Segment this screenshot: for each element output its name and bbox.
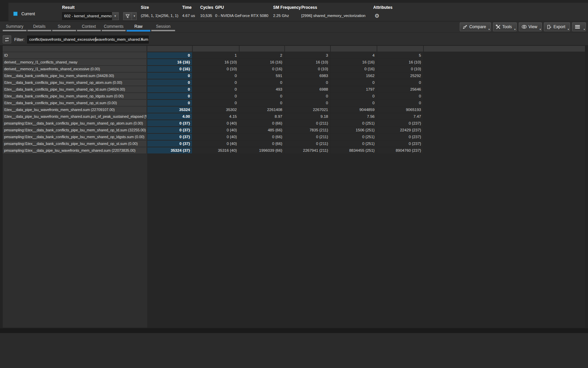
attributes-gear-button[interactable]: ⚙ bbox=[373, 12, 381, 20]
column-header-3[interactable] bbox=[285, 46, 331, 52]
metric-value-cell[interactable]: 25292 bbox=[377, 73, 424, 79]
metric-value-cell[interactable]: 0 {16} bbox=[147, 66, 193, 72]
result-dropdown-value[interactable]: 602 - kernel_shared_memory bbox=[62, 12, 112, 20]
metric-name-cell[interactable]: l1tex__data_bank_conflicts_pipe_lsu_mem_… bbox=[3, 100, 147, 106]
tab-session[interactable]: Session bbox=[151, 21, 175, 32]
metric-value-cell[interactable]: 22429 {237} bbox=[377, 127, 424, 133]
metric-value-cell[interactable]: 7835 {211} bbox=[285, 127, 331, 133]
metric-value-cell[interactable]: 1797 bbox=[331, 86, 377, 92]
metric-value-cell[interactable]: 0 {251} bbox=[331, 141, 377, 147]
result-filter-button[interactable]: ▾ bbox=[123, 12, 137, 20]
transpose-button[interactable] bbox=[3, 35, 11, 43]
metric-value-cell[interactable]: 16 {10} bbox=[377, 59, 424, 65]
metric-value-cell[interactable]: 16 {16} bbox=[147, 59, 193, 65]
menu-button[interactable]: ▾ bbox=[572, 22, 586, 31]
metric-name-cell[interactable]: pmsampling:l1tex__data_pipe_lsu_wavefron… bbox=[3, 147, 147, 153]
metric-value-cell[interactable]: 0 bbox=[331, 93, 377, 99]
metric-value-cell[interactable]: 0 {251} bbox=[331, 120, 377, 126]
metric-value-cell[interactable]: 9065193 bbox=[377, 107, 424, 113]
compare-button[interactable]: Compare ▾ bbox=[460, 22, 491, 31]
metric-value-cell[interactable]: 0 bbox=[377, 79, 424, 86]
metric-value-cell[interactable]: 0 {211} bbox=[285, 120, 331, 126]
metric-value-cell[interactable]: 0 {16} bbox=[240, 66, 285, 72]
metric-name-cell[interactable]: l1tex__data_bank_conflicts_pipe_lsu_mem_… bbox=[3, 73, 147, 79]
metric-value-cell[interactable]: 0 bbox=[147, 86, 193, 92]
metric-value-cell[interactable]: 0 {40} bbox=[193, 134, 240, 140]
funnel-icon[interactable] bbox=[123, 12, 132, 20]
metric-value-cell[interactable]: 9044859 bbox=[331, 107, 377, 113]
metric-value-cell[interactable]: 0 {66} bbox=[240, 141, 285, 147]
metric-name-cell[interactable]: pmsampling:l1tex__data_bank_conflicts_pi… bbox=[3, 120, 147, 126]
chevron-down-icon[interactable]: ▾ bbox=[132, 12, 137, 20]
metric-name-cell[interactable]: pmsampling:l1tex__data_bank_conflicts_pi… bbox=[3, 127, 147, 133]
metric-value-cell[interactable]: 4.15 bbox=[193, 113, 240, 119]
metric-value-cell[interactable]: 0 {37} bbox=[147, 141, 193, 147]
metric-value-cell[interactable]: 2261408 bbox=[240, 107, 285, 113]
tab-details[interactable]: Details bbox=[27, 21, 51, 32]
metric-value-cell[interactable]: 16 {10} bbox=[285, 59, 331, 65]
view-button[interactable]: View ▾ bbox=[519, 22, 542, 31]
metric-value-cell[interactable]: 0 {10} bbox=[285, 66, 331, 72]
metric-value-cell[interactable]: 8834455 {251} bbox=[331, 147, 377, 153]
chevron-down-icon[interactable]: ▾ bbox=[112, 12, 119, 20]
metric-name-cell[interactable]: derived__memory_l1_wavefronts_shared_exc… bbox=[3, 66, 147, 72]
metric-value-cell[interactable]: 591 bbox=[240, 73, 285, 79]
baseline-color-swatch[interactable] bbox=[13, 12, 18, 16]
metric-value-cell[interactable]: 0 {37} bbox=[147, 120, 193, 126]
metric-value-cell[interactable]: 0 bbox=[331, 79, 377, 86]
metric-name-cell[interactable]: pmsampling:l1tex__data_bank_conflicts_pi… bbox=[3, 141, 147, 147]
metric-name-cell[interactable]: l1tex__data_bank_conflicts_pipe_lsu_mem_… bbox=[3, 79, 147, 86]
column-header-0[interactable] bbox=[147, 46, 193, 52]
metric-value-cell[interactable]: 0 {211} bbox=[285, 141, 331, 147]
metric-name-cell[interactable]: l1tex__data_pipe_lsu_wavefronts_mem_shar… bbox=[3, 113, 147, 119]
metric-value-cell[interactable]: 0 {211} bbox=[285, 134, 331, 140]
metric-value-cell[interactable]: 0 bbox=[377, 93, 424, 99]
metric-value-cell[interactable]: 7.56 bbox=[331, 113, 377, 119]
metric-value-cell[interactable]: 1506 {251} bbox=[331, 127, 377, 133]
tab-raw[interactable]: Raw bbox=[127, 21, 150, 32]
metric-value-cell[interactable]: 485 {66} bbox=[240, 127, 285, 133]
metric-value-cell[interactable]: 8.97 bbox=[240, 113, 285, 119]
metric-value-cell[interactable]: 35324 {37} bbox=[147, 147, 193, 153]
metric-value-cell[interactable]: 0 bbox=[193, 86, 240, 92]
metric-name-cell[interactable]: l1tex__data_bank_conflicts_pipe_lsu_mem_… bbox=[3, 86, 147, 92]
metric-value-cell[interactable]: 0 bbox=[147, 73, 193, 79]
metric-value-cell[interactable]: 4 bbox=[331, 52, 377, 58]
metric-value-cell[interactable]: 0 {40} bbox=[193, 120, 240, 126]
metric-value-cell[interactable]: 25646 bbox=[377, 86, 424, 92]
metric-value-cell[interactable]: 35324 bbox=[147, 107, 193, 113]
metric-value-cell[interactable]: 0 {37} bbox=[147, 127, 193, 133]
metric-value-cell[interactable]: 0 bbox=[147, 79, 193, 86]
metric-value-cell[interactable]: 16 {16} bbox=[240, 59, 285, 65]
export-button[interactable]: Export ▾ bbox=[544, 22, 570, 31]
column-header-2[interactable] bbox=[240, 46, 285, 52]
metric-value-cell[interactable]: 9.18 bbox=[285, 113, 331, 119]
metric-value-cell[interactable]: 0 bbox=[147, 100, 193, 106]
tab-comments[interactable]: Comments bbox=[102, 21, 126, 32]
metric-value-cell[interactable]: 35302 bbox=[193, 107, 240, 113]
result-dropdown[interactable]: 602 - kernel_shared_memory ▾ bbox=[62, 12, 119, 20]
metric-value-cell[interactable]: 493 bbox=[240, 86, 285, 92]
metric-name-cell[interactable]: derived__memory_l1_conflicts_shared_nway bbox=[3, 59, 147, 65]
metric-value-cell[interactable]: 0 bbox=[240, 100, 285, 106]
column-header-4[interactable] bbox=[331, 46, 377, 52]
metric-value-cell[interactable]: 1996039 {66} bbox=[240, 147, 285, 153]
metric-value-cell[interactable]: 0 {40} bbox=[193, 127, 240, 133]
metric-value-cell[interactable]: 0 bbox=[193, 100, 240, 106]
metric-value-cell[interactable]: 0 bbox=[285, 79, 331, 86]
metric-value-cell[interactable]: 0 bbox=[285, 100, 331, 106]
metric-value-cell[interactable]: 0 bbox=[377, 100, 424, 106]
clear-filter-icon[interactable]: ✕ bbox=[140, 37, 144, 41]
metric-value-cell[interactable]: 0 {251} bbox=[331, 134, 377, 140]
metric-value-cell[interactable]: 6983 bbox=[285, 73, 331, 79]
metric-value-cell[interactable]: 0 {10} bbox=[377, 66, 424, 72]
metric-name-cell[interactable]: ID bbox=[3, 52, 147, 58]
metric-value-cell[interactable]: 0 bbox=[240, 79, 285, 86]
metric-value-cell[interactable]: 0 {66} bbox=[240, 120, 285, 126]
metric-value-cell[interactable]: 2267941 {211} bbox=[285, 147, 331, 153]
metric-value-cell[interactable]: 35316 {40} bbox=[193, 147, 240, 153]
metric-value-cell[interactable]: 0 bbox=[240, 93, 285, 99]
metric-value-cell[interactable]: 16 {10} bbox=[193, 59, 240, 65]
metric-value-cell[interactable]: 1562 bbox=[331, 73, 377, 79]
metric-value-cell[interactable]: 0 {237} bbox=[377, 120, 424, 126]
